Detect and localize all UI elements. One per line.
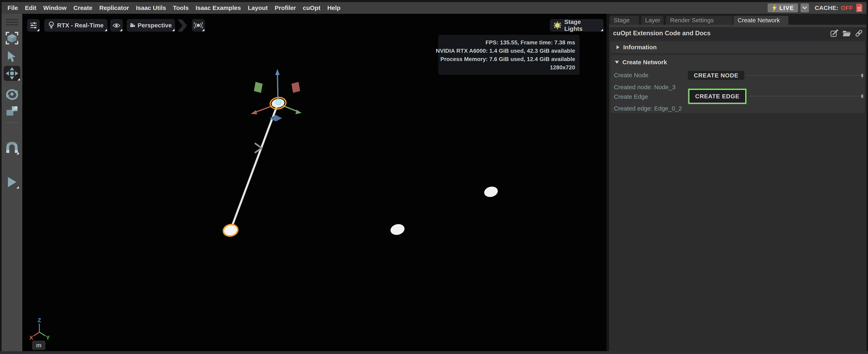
lightbulb-icon — [48, 21, 55, 29]
tab-render-settings[interactable]: Render Settings — [666, 16, 733, 25]
axis-y-label: Y — [46, 334, 50, 341]
units-button[interactable]: m — [32, 341, 45, 350]
lightning-bolt-icon — [772, 4, 777, 12]
menu-item-edit[interactable]: Edit — [22, 4, 40, 11]
eye-icon — [112, 21, 121, 29]
stage-lights-button[interactable]: Stage Lights — [550, 19, 603, 32]
renderer-label: RTX - Real-Time — [57, 22, 104, 29]
gizmo-x-arrowhead — [251, 110, 257, 114]
link-icon[interactable] — [855, 29, 863, 37]
snap-tool-button[interactable] — [5, 141, 19, 155]
menu-item-window[interactable]: Window — [40, 4, 70, 11]
axis-z-label: Z — [37, 317, 41, 323]
create-node-button-label: CREATE NODE — [694, 72, 738, 79]
toolbar-drag-handle[interactable] — [6, 19, 18, 27]
menubar-right-cluster: LIVE CACHE: OFF — [768, 2, 863, 14]
axis-orientation-gizmo[interactable]: Z X Y — [26, 317, 57, 343]
create-node-button[interactable]: CREATE NODE — [688, 71, 744, 80]
menu-item-replicator[interactable]: Replicator — [96, 4, 132, 11]
stats-gpu-memory: NVIDIA RTX A6000: 1.4 GiB used, 42.3 GiB… — [436, 46, 575, 55]
live-dropdown-button[interactable] — [801, 3, 809, 12]
rotate-icon — [5, 88, 19, 100]
visibility-button[interactable] — [110, 19, 123, 32]
stats-resolution: 1280x720 — [550, 63, 575, 71]
live-button-label: LIVE — [779, 5, 794, 11]
sun-light-icon — [553, 21, 562, 30]
viewport-settings-button[interactable] — [27, 19, 40, 32]
information-section-label: Information — [623, 44, 657, 51]
property-slider-line — [747, 75, 861, 76]
tab-label: Create Network — [738, 17, 780, 24]
create-network-section-header[interactable]: Create Network — [615, 59, 667, 66]
viewport-3d[interactable]: RTX - Real-Time Perspective — [22, 14, 607, 351]
create-network-section-label: Create Network — [622, 59, 667, 66]
created-node-status: Created node: Node_3 — [614, 84, 676, 91]
section-create-network: Create Network Create Node CREATE NODE C… — [611, 55, 865, 113]
renderer-selector-button[interactable]: RTX - Real-Time — [44, 19, 107, 32]
menu-item-help[interactable]: Help — [324, 4, 344, 11]
gizmo-y-arrowhead — [296, 110, 302, 114]
menu-item-layout[interactable]: Layout — [244, 4, 271, 11]
tab-label: Render Settings — [670, 17, 714, 24]
edit-icon[interactable] — [830, 29, 839, 37]
viewport-stats-overlay: FPS: 135.55, Frame time: 7.38 ms NVIDIA … — [438, 35, 580, 75]
scene-node[interactable] — [390, 223, 406, 236]
tab-label: Stage — [614, 17, 629, 24]
camera-selector-button[interactable]: Perspective — [127, 19, 175, 32]
move-icon — [5, 67, 19, 80]
play-button[interactable] — [5, 175, 19, 189]
transform-gizmo[interactable] — [251, 69, 302, 122]
live-button[interactable]: LIVE — [768, 3, 798, 12]
open-folder-icon[interactable] — [842, 29, 851, 37]
tab-stage[interactable]: Stage — [610, 16, 639, 25]
app-window: File Edit Window Create Replicator Isaac… — [0, 0, 868, 354]
select-frame-icon — [5, 31, 19, 45]
menu-item-file[interactable]: File — [4, 4, 22, 11]
left-toolbar — [2, 14, 22, 351]
created-edge-status: Created edge: Edge_0_2 — [614, 105, 682, 112]
cache-status-value: OFF — [841, 4, 853, 11]
waypoint-broadcast-button[interactable] — [192, 19, 205, 32]
select-tool-button[interactable] — [7, 51, 17, 63]
menu-item-isaac-examples[interactable]: Isaac Examples — [192, 4, 244, 11]
panel-tab-bar: Stage Layer Render Settings Create Netwo… — [609, 14, 866, 25]
create-edge-button-highlight[interactable]: CREATE EDGE — [688, 88, 747, 104]
menu-item-cuopt[interactable]: cuOpt — [299, 4, 324, 11]
scene-edge[interactable] — [230, 107, 276, 230]
tab-label: Layer — [645, 17, 660, 24]
menu-item-isaac-utils[interactable]: Isaac Utils — [132, 4, 169, 11]
property-slider-dot[interactable] — [861, 74, 863, 77]
menu-item-tools[interactable]: Tools — [169, 4, 192, 11]
panel-header-icons — [830, 27, 863, 39]
rotate-tool-button[interactable] — [5, 88, 19, 100]
tab-strip — [609, 25, 866, 27]
stats-process-memory: Process Memory: 7.6 GiB used, 12.4 GiB a… — [440, 55, 575, 63]
select-frame-tool-button[interactable] — [5, 31, 19, 45]
menu-bar: File Edit Window Create Replicator Isaac… — [2, 2, 866, 14]
stats-fps: FPS: 135.55, Frame time: 7.38 ms — [486, 38, 575, 46]
property-slider-line — [749, 96, 861, 96]
cache-document-icon[interactable] — [856, 3, 863, 12]
move-tool-button[interactable] — [4, 66, 20, 81]
gizmo-center-handle[interactable] — [276, 100, 281, 105]
cache-label: CACHE: — [815, 4, 838, 11]
gizmo-plane-handle-green[interactable] — [254, 82, 262, 93]
chevron-down-icon — [802, 6, 807, 10]
section-information[interactable]: Information — [611, 41, 865, 53]
toolbar-expand-chevron[interactable] — [178, 20, 187, 32]
scale-tool-button[interactable] — [6, 105, 18, 117]
toolbar-divider — [5, 123, 19, 123]
right-panel: Stage Layer Render Settings Create Netwo… — [609, 14, 866, 351]
property-slider-dot[interactable] — [861, 95, 863, 98]
menu-item-create[interactable]: Create — [70, 4, 96, 11]
scene-node[interactable] — [483, 185, 499, 198]
gizmo-plane-handle-red[interactable] — [291, 82, 300, 93]
scene-node-selected[interactable] — [222, 223, 239, 237]
create-edge-button[interactable]: CREATE EDGE — [689, 90, 745, 103]
tab-create-network[interactable]: Create Network — [734, 16, 788, 25]
signal-waves-icon — [194, 21, 203, 30]
camera-label: Perspective — [138, 22, 172, 29]
tab-layer[interactable]: Layer — [641, 16, 663, 25]
stage-lights-label: Stage Lights — [564, 19, 600, 32]
menu-item-profiler[interactable]: Profiler — [271, 4, 299, 11]
